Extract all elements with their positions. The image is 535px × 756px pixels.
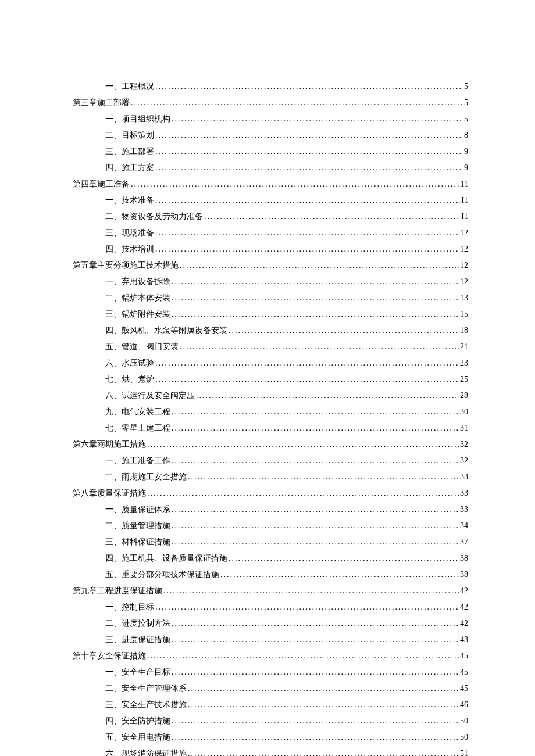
toc-leader-dots [172, 404, 459, 420]
toc-entry-label: 第九章工程进度保证措施 [73, 583, 162, 599]
toc-entry: 三、进度保证措施43 [73, 632, 468, 648]
toc-entry: 第九章工程进度保证措施42 [73, 583, 468, 599]
toc-entry-label: 二、质量管理措施 [105, 518, 170, 534]
toc-leader-dots [180, 339, 459, 355]
toc-entry: 一、技术准备I1 [73, 192, 468, 209]
toc-entry: 四、施工方案9 [73, 160, 468, 176]
toc-entry-page: 43 [460, 632, 468, 648]
toc-leader-dots [172, 518, 459, 534]
toc-entry-label: 一、控制目标 [105, 599, 154, 615]
table-of-contents: 一、工程概况5第三章施工部署5一、项目组织机构5二、目标策划8三、施工部署9四、… [73, 78, 468, 756]
toc-leader-dots [155, 127, 463, 144]
toc-entry-page: 18 [460, 323, 468, 339]
toc-leader-dots [155, 241, 459, 257]
toc-leader-dots [155, 355, 459, 371]
toc-leader-dots [172, 274, 459, 290]
toc-entry: 二、物资设备及劳动力准备I1 [73, 209, 468, 225]
toc-leader-dots [155, 144, 463, 160]
toc-entry: 七、烘、煮炉25 [73, 371, 468, 388]
toc-entry-label: 三、材料保证措施 [105, 534, 170, 550]
toc-entry-label: 二、物资设备及劳动力准备 [105, 209, 203, 225]
toc-entry-page: 32 [460, 436, 468, 453]
toc-entry-label: 第十章安全保证措施 [73, 648, 146, 664]
toc-entry-label: 五、安全用电措施 [105, 729, 170, 746]
toc-entry: 五、重要分部分项技术保证措施38 [73, 567, 468, 583]
toc-entry-page: I1 [461, 209, 468, 225]
toc-entry: 六、水压试验23 [73, 355, 468, 371]
toc-entry-page: 12 [460, 225, 468, 241]
toc-leader-dots [155, 192, 460, 209]
toc-entry-label: 六、现场消防保证措施 [105, 746, 187, 756]
toc-entry-label: 三、进度保证措施 [105, 632, 170, 648]
toc-entry-label: 九、电气安装工程 [105, 404, 170, 420]
toc-entry-label: 一、施工准备工作 [105, 453, 170, 469]
toc-entry: 四、安全防护措施50 [73, 713, 468, 729]
toc-entry-label: 二、进度控制方法 [105, 615, 170, 632]
toc-entry-page: 42 [460, 599, 468, 615]
toc-entry-page: 50 [460, 729, 468, 746]
toc-leader-dots [220, 567, 459, 583]
toc-entry-label: 一、质量保证体系 [105, 501, 170, 518]
toc-leader-dots [172, 501, 459, 518]
toc-entry: 八、试运行及安全阀定压28 [73, 388, 468, 404]
toc-entry-page: 33 [460, 485, 468, 501]
toc-entry-label: 第五章主要分项施工技术措施 [73, 257, 179, 274]
toc-entry: 第三章施工部署5 [73, 95, 468, 111]
toc-entry-label: 三、现场准备 [105, 225, 154, 241]
toc-entry-page: 42 [460, 615, 468, 632]
toc-entry-label: 二、锅炉本体安装 [105, 290, 170, 306]
toc-entry-label: 二、安全生产管理体系 [105, 680, 187, 697]
toc-entry: 二、安全生产管理体系45 [73, 680, 468, 697]
toc-entry-label: 五、重要分部分项技术保证措施 [105, 567, 219, 583]
toc-entry-page: 33 [460, 469, 468, 485]
toc-entry-page: 28 [460, 388, 468, 404]
toc-entry-page: 15 [460, 306, 468, 323]
toc-entry-label: 五、管道、阀门安装 [105, 339, 179, 355]
toc-entry-page: 9 [464, 144, 468, 160]
toc-leader-dots [188, 697, 459, 713]
toc-leader-dots [188, 746, 459, 756]
toc-entry: 九、电气安装工程30 [73, 404, 468, 420]
toc-leader-dots [172, 632, 459, 648]
toc-entry-page: 12 [460, 241, 468, 257]
toc-entry-page: 23 [460, 355, 468, 371]
toc-entry: 四、技术培训12 [73, 241, 468, 257]
toc-entry-label: 六、水压试验 [105, 355, 154, 371]
toc-entry: 一、弃用设备拆除12 [73, 274, 468, 290]
toc-entry-page: 32 [460, 453, 468, 469]
toc-leader-dots [172, 420, 459, 436]
toc-leader-dots [229, 323, 459, 339]
toc-entry: 二、目标策划8 [73, 127, 468, 144]
toc-entry-label: 第三章施工部署 [73, 95, 130, 111]
toc-entry-page: 31 [460, 420, 468, 436]
toc-leader-dots [163, 583, 459, 599]
toc-leader-dots [188, 680, 459, 697]
toc-entry-label: 第四章施工准备 [73, 176, 130, 192]
toc-entry-page: 45 [460, 648, 468, 664]
toc-leader-dots [172, 729, 459, 746]
toc-leader-dots [131, 95, 463, 111]
toc-entry: 第五章主要分项施工技术措施12 [73, 257, 468, 274]
toc-entry: 一、质量保证体系33 [73, 501, 468, 518]
toc-entry-page: 45 [460, 680, 468, 697]
toc-entry-page: 5 [464, 111, 468, 127]
toc-entry: 第四章施工准备11 [73, 176, 468, 192]
toc-leader-dots [172, 453, 459, 469]
toc-entry: 三、锅炉附件安装15 [73, 306, 468, 323]
toc-entry-page: 51 [460, 746, 468, 756]
toc-entry: 五、管道、阀门安装21 [73, 339, 468, 355]
toc-entry: 三、施工部署9 [73, 144, 468, 160]
toc-entry-page: 12 [460, 257, 468, 274]
toc-entry-label: 第八章质量保证措施 [73, 485, 146, 501]
toc-leader-dots [180, 257, 459, 274]
toc-entry: 一、项目组织机构5 [73, 111, 468, 127]
toc-leader-dots [172, 306, 459, 323]
toc-leader-dots [155, 225, 459, 241]
toc-entry-label: 四、鼓风机、水泵等附属设备安装 [105, 323, 227, 339]
toc-entry: 三、材料保证措施37 [73, 534, 468, 550]
toc-leader-dots [131, 176, 459, 192]
toc-entry-page: 34 [460, 518, 468, 534]
toc-entry-label: 一、技术准备 [105, 192, 154, 209]
toc-entry: 六、现场消防保证措施51 [73, 746, 468, 756]
toc-entry: 四、鼓风机、水泵等附属设备安装18 [73, 323, 468, 339]
